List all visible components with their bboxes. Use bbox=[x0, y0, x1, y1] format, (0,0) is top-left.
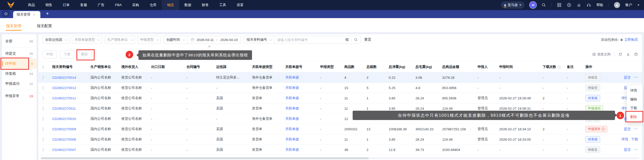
nav-item-销售[interactable]: 销售 bbox=[40, 0, 58, 10]
nav-item-财务[interactable]: 财务 bbox=[197, 0, 214, 10]
nav-item-采购[interactable]: 采购 bbox=[127, 0, 144, 10]
row-checkbox[interactable] bbox=[43, 117, 43, 121]
search-field-select[interactable]: 报关资料编号 bbox=[244, 37, 274, 42]
customize-columns-button[interactable]: 自定义列 bbox=[592, 52, 610, 57]
home-button[interactable] bbox=[2, 11, 10, 17]
toolbar-button-申报[interactable]: 申报 bbox=[42, 50, 57, 58]
marketplace-switcher[interactable]: a 亚马逊 bbox=[501, 2, 524, 9]
export-download-icon[interactable] bbox=[626, 52, 630, 56]
new-tab-button[interactable]: + bbox=[46, 11, 49, 16]
cell-boxes: 2 bbox=[364, 76, 386, 79]
sidebar-item-待复核[interactable]: 待复核34 bbox=[2, 69, 37, 79]
row-checkbox[interactable] bbox=[43, 76, 43, 79]
date-start[interactable]: 2026-03-11 bbox=[197, 38, 214, 42]
row-checkbox[interactable] bbox=[43, 127, 43, 131]
related-doc-link[interactable]: 关联单据 bbox=[285, 86, 299, 90]
collapse-filters-caret[interactable] bbox=[208, 45, 211, 47]
cell-goods: 36 bbox=[342, 148, 364, 152]
declaration-id-link[interactable]: CD2602270014 bbox=[52, 76, 76, 79]
buy-now-link[interactable]: 立即购买 bbox=[624, 37, 638, 42]
row-checkbox-cell bbox=[38, 76, 50, 79]
related-doc-link[interactable]: 关联单据 bbox=[285, 137, 299, 141]
select-all-checkbox[interactable] bbox=[43, 65, 43, 69]
more-actions-button[interactable]: ··· bbox=[634, 75, 638, 80]
related-doc-link[interactable]: 关联单据 bbox=[285, 117, 299, 121]
row-checkbox[interactable] bbox=[43, 96, 43, 100]
close-icon[interactable]: × bbox=[33, 13, 35, 17]
nav-item-数据[interactable]: 数据 bbox=[179, 0, 197, 10]
date-range-filter[interactable]: 创建时间 2026-03-11 ~ 2026-04-10 bbox=[163, 36, 241, 44]
action-link-提交[interactable]: 提交 bbox=[624, 147, 631, 152]
row-checkbox[interactable] bbox=[43, 148, 43, 152]
cell-export_date: - bbox=[149, 76, 184, 79]
action-link-详情[interactable]: 详情 bbox=[621, 137, 628, 142]
help-circle-icon[interactable] bbox=[634, 52, 638, 56]
reset-button[interactable]: 重置 bbox=[364, 37, 371, 42]
avatar[interactable] bbox=[614, 2, 620, 8]
nav-item-仓库[interactable]: 仓库 bbox=[144, 0, 162, 10]
more-actions-button[interactable]: ··· bbox=[634, 147, 638, 152]
action-link-提交[interactable]: 提交 bbox=[624, 75, 631, 80]
related-doc-link[interactable]: 关联单据 bbox=[285, 96, 299, 100]
related-doc-link[interactable]: 关联单据 bbox=[285, 148, 299, 151]
fuzzy-toggle[interactable]: 模 bbox=[346, 37, 351, 42]
page-tab-报关管理[interactable]: 报关管理 bbox=[6, 24, 21, 32]
chevron-down-icon[interactable] bbox=[637, 5, 639, 6]
nav-item-FBA[interactable]: FBA bbox=[110, 0, 127, 10]
notifications-bell-icon[interactable] bbox=[577, 3, 581, 7]
scrollbar-thumb[interactable] bbox=[41, 157, 369, 159]
cell-boxes: 5 bbox=[364, 86, 386, 90]
cell-contract: - bbox=[184, 127, 214, 131]
filter-select-关联单据类型[interactable]: 关联单据类型 bbox=[72, 36, 102, 44]
row-checkbox[interactable] bbox=[43, 86, 43, 90]
menu-item-编辑[interactable]: 编辑 bbox=[627, 95, 642, 104]
sidebar-item-待提交[interactable]: 待提交35 bbox=[2, 49, 37, 59]
more-actions-button[interactable]: ··· bbox=[634, 127, 638, 131]
search-icon[interactable] bbox=[542, 3, 546, 7]
date-end[interactable]: 2026-04-10 bbox=[220, 38, 238, 42]
nav-item-物流[interactable]: 物流 bbox=[162, 0, 179, 10]
nav-item-商品[interactable]: 商品 bbox=[23, 0, 40, 10]
open-tab[interactable]: 报关管理 × bbox=[13, 11, 40, 18]
search-icon[interactable] bbox=[354, 38, 358, 42]
action-link-提交[interactable]: 提交 bbox=[624, 127, 631, 131]
filter-select-全部运抵国[interactable]: 全部运抵国 bbox=[42, 36, 69, 44]
sidebar-item-申报异常[interactable]: 申报异常19 bbox=[2, 91, 37, 101]
help-link[interactable]: 帮助 bbox=[596, 3, 603, 7]
menu-item-详情[interactable]: 详情 bbox=[627, 86, 642, 95]
declaration-id-link[interactable]: CD2602270007 bbox=[52, 148, 76, 152]
toolbar-button-下载[interactable]: 下载 bbox=[60, 50, 74, 58]
declaration-id-link[interactable]: CD2602270009 bbox=[52, 127, 76, 131]
row-checkbox[interactable] bbox=[43, 107, 43, 110]
related-doc-link[interactable]: 关联单据 bbox=[285, 127, 299, 131]
declaration-id-link[interactable]: CD2602270008 bbox=[52, 138, 76, 141]
row-checkbox[interactable] bbox=[43, 138, 43, 141]
declaration-id-link[interactable]: CD2602270011 bbox=[52, 107, 76, 110]
nav-item-工具[interactable]: 工具 bbox=[214, 0, 231, 10]
related-doc-link[interactable]: 关联单据 bbox=[285, 75, 299, 79]
cell-declarer: 管理员 bbox=[475, 137, 497, 142]
nav-item-广告[interactable]: 广告 bbox=[92, 0, 110, 10]
cell-gross: 39.73 bbox=[413, 148, 440, 152]
search-input[interactable] bbox=[277, 38, 343, 42]
declaration-id-link[interactable]: CD2602270010 bbox=[52, 117, 76, 121]
related-doc-link[interactable]: 关联单据 bbox=[285, 106, 299, 110]
nav-item-设置[interactable]: 设置 bbox=[231, 0, 249, 10]
nav-item-客服[interactable]: 客服 bbox=[75, 0, 92, 10]
action-link-下载[interactable]: 下载 bbox=[631, 137, 638, 142]
sidebar-item-申报成功[interactable]: 申报成功10 bbox=[2, 79, 37, 89]
cell-id: CD2602270007 bbox=[50, 148, 88, 152]
sidebar-item-全部[interactable]: 全部98 bbox=[2, 36, 37, 46]
support-headset-icon[interactable] bbox=[586, 3, 591, 7]
declaration-id-link[interactable]: CD2602270013 bbox=[52, 86, 76, 90]
apps-grid-icon[interactable] bbox=[557, 3, 562, 7]
declaration-id-link[interactable]: CD2602270012 bbox=[52, 96, 76, 100]
ai-assistant-button[interactable]: AI bbox=[530, 2, 536, 8]
refresh-icon[interactable] bbox=[618, 52, 622, 56]
download-center-icon[interactable] bbox=[567, 3, 571, 7]
account-label[interactable]: 账户 bbox=[625, 3, 632, 7]
nav-item-订单[interactable]: 订单 bbox=[58, 0, 75, 10]
filter-select-申报类型[interactable]: 申报类型 bbox=[137, 36, 161, 44]
filter-select-生产销售单位[interactable]: 生产销售单位 bbox=[105, 36, 135, 44]
page-tab-报关配置[interactable]: 报关配置 bbox=[37, 24, 52, 32]
